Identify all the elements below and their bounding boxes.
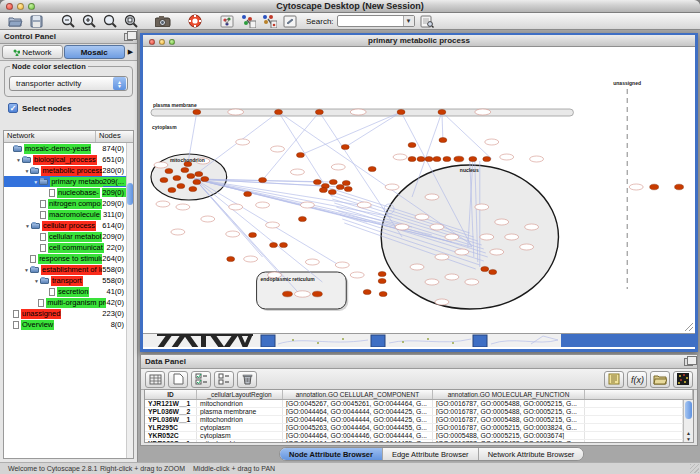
tree-row[interactable]: cell communicat22(0) [4,242,126,253]
zoom-in-icon[interactable] [80,14,98,29]
network-canvas[interactable]: plasma membrane cytoplasm mitochondrion … [143,47,695,333]
tab-network-attribute-browser[interactable]: Network Attribute Browser [479,448,584,460]
table-scrollbar[interactable]: ▲▼ [683,400,693,442]
tree-row[interactable]: Overview8(0) [4,319,126,330]
function-builder-icon[interactable]: f(x) [627,371,647,388]
node-color-selection-label: Node color selection [10,62,88,71]
tree-expand-arrow-icon[interactable]: ▼ [32,179,39,185]
tree-row[interactable]: ▼establishment of lo558(0) [4,264,126,275]
tree-expand-arrow-icon[interactable]: ▼ [15,157,22,163]
tree-row[interactable]: secretion41(0) [4,286,126,297]
tab-mosaic-label: Mosaic [81,48,108,57]
tree-expand-arrow-icon[interactable]: ▼ [24,223,31,229]
tree-expand-arrow-icon[interactable]: ▼ [23,267,30,273]
tree-col-nodes[interactable]: Nodes [96,131,133,142]
tree-row[interactable]: ▼primary metabo209(... [4,176,126,187]
unselect-attributes-icon[interactable] [214,371,234,388]
tree-row-node-count: 311(0) [103,210,126,219]
tree-row[interactable]: cellular metabol209(0) [4,231,126,242]
network-tree: mosaic-demo-yeast874(0)▼biological_proce… [4,143,133,330]
tree-row-node-count: 614(0) [102,221,126,230]
search-index-icon[interactable] [418,14,436,29]
tree-row[interactable]: ▼metabolic process280(0) [4,165,126,176]
status-welcome: Welcome to Cytoscape 2.8.1 [8,465,97,472]
zoom-fit-icon[interactable] [122,14,140,29]
network-frame-titlebar[interactable]: primary metabolic process [143,33,695,47]
control-panel-tabs: Network Mosaic ▶ [0,44,137,61]
document-icon [13,310,19,318]
help-lifering-icon[interactable] [186,14,204,29]
delete-attribute-trash-icon[interactable] [237,371,257,388]
table-row[interactable]: YPL036W__1mitochondrion[GO:0044464, GO:0… [145,416,683,424]
tree-expand-arrow-icon[interactable]: ▼ [33,278,40,284]
table-column-header[interactable]: annotation.GO CELLULAR_COMPONENT [283,390,433,399]
tab-network[interactable]: Network [2,45,63,59]
cytoscape-window: Cytoscape Desktop (New Session) Search: … [0,0,700,474]
zoom-selected-icon[interactable] [101,14,119,29]
import-folder-icon[interactable] [650,371,670,388]
tree-col-network[interactable]: Network [4,131,96,142]
tree-row[interactable]: ▼cellular process614(0) [4,220,126,231]
table-cell: [GO:0044464, GO:0044446, GO:0044444, G..… [283,432,433,439]
network-frame-title: primary metabolic process [143,36,695,45]
svg-text:f(x): f(x) [631,375,644,385]
table-row[interactable]: YKR052Ccytoplasm[GO:0044464, GO:0044446,… [145,432,683,440]
network-overview-icon[interactable] [218,14,236,29]
tree-row-node-count: 209(0) [102,188,126,197]
canvas-resize-grip[interactable] [685,323,693,331]
attribute-table-header[interactable]: ID_cellularLayoutRegionannotation.GO CEL… [145,390,693,400]
table-row[interactable]: YPL036W__2plasma membrane[GO:0044464, GO… [145,408,683,416]
table-column-header[interactable]: annotation.GO MOLECULAR_FUNCTION [433,390,585,399]
node-color-combobox[interactable]: transporter activity ▲▼ [9,76,128,91]
tree-row[interactable]: multi-organism pro42(0) [4,297,126,308]
float-panel-icon[interactable] [124,33,133,41]
table-column-header[interactable]: _cellularLayoutRegion [197,390,283,399]
search-input[interactable]: ▼ [337,15,415,27]
document-icon [30,255,36,263]
nucleus-region[interactable] [381,165,558,309]
snapshot-camera-icon[interactable] [154,14,172,29]
table-row[interactable]: YLR295Ccytoplasm[GO:0045263, GO:0044464,… [145,424,683,432]
table-column-header[interactable]: ID [145,390,197,399]
tree-row-node-count: 264(0) [102,254,126,263]
tree-row[interactable]: ▼transport558(0) [4,275,126,286]
status-zoom-hint: Right-click + drag to ZOOM [100,465,185,472]
tree-row[interactable]: mosaic-demo-yeast874(0) [4,143,126,154]
data-panel-float-icon[interactable] [684,358,693,366]
tree-row[interactable]: ▼biological_process651(0) [4,154,126,165]
combobox-stepper-icon: ▲▼ [113,77,126,90]
search-dropdown-arrow[interactable]: ▼ [403,16,414,26]
table-row[interactable]: YJR121W__1mitochondrion[GO:0045267, GO:0… [145,400,683,408]
select-attributes-icon[interactable] [191,371,211,388]
tab-edge-attribute-browser[interactable]: Edge Attribute Browser [383,448,479,460]
tree-row[interactable]: unassigned223(0) [4,308,126,319]
table-cell: YPL036W__2 [145,408,197,415]
attribute-list-icon[interactable] [604,371,624,388]
layout-b-icon[interactable] [260,14,278,29]
matrix-heatmap-icon[interactable] [673,371,693,388]
tree-row[interactable]: macromolecule311(0) [4,209,126,220]
layout-a-icon[interactable] [239,14,257,29]
attribute-browser-tabs: Node Attribute Browser Edge Attribute Br… [279,447,584,461]
tree-expand-arrow-icon[interactable]: ▼ [23,168,30,174]
tree-scrollbar[interactable] [126,143,133,458]
open-folder-icon[interactable] [6,14,24,29]
tree-row[interactable]: nucleobase-209(0) [4,187,126,198]
tab-mosaic[interactable]: Mosaic [64,45,125,59]
select-nodes-checkbox[interactable]: ✓ [8,103,18,113]
table-row[interactable]: YDR039C__1mitochondrion[GO:0044464, GO:0… [145,440,683,443]
tabs-overflow-arrow[interactable]: ▶ [126,48,135,56]
zoom-out-icon[interactable] [59,14,77,29]
attribute-table-icon[interactable] [145,371,165,388]
tree-row[interactable]: response to stimulu264(0) [4,253,126,264]
save-disk-icon[interactable] [27,14,45,29]
window-resize-grip[interactable] [690,464,699,473]
tree-row[interactable]: nitrogen compo209(0) [4,198,126,209]
new-attribute-icon[interactable] [168,371,188,388]
tab-node-attribute-browser[interactable]: Node Attribute Browser [280,448,383,460]
annotation-page-icon[interactable] [281,14,299,29]
tree-row-label: cellular metabol [48,232,102,242]
tree-row-label: unassigned [21,309,61,319]
tree-row-node-count: 209(0) [102,199,126,208]
tree-row-label: cell communicat [48,243,104,253]
